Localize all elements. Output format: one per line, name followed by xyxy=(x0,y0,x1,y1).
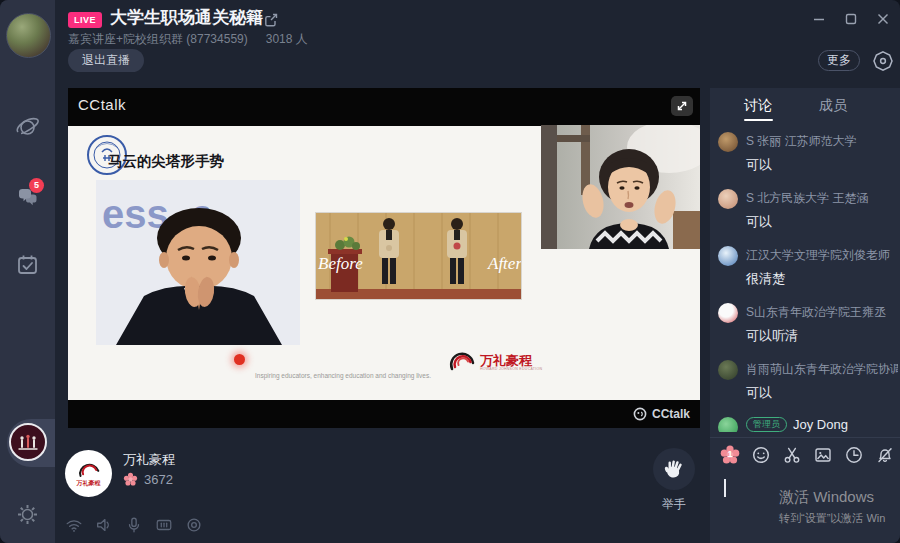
device-toolbar xyxy=(65,516,203,534)
chat-text: 可以 xyxy=(746,156,898,174)
screenshot-scissors-icon[interactable] xyxy=(782,445,802,465)
chat-message: S山东青年政治学院王雍丞 可以听清 xyxy=(718,303,898,345)
toolbar-divider xyxy=(710,437,900,438)
live-room-avatar[interactable] xyxy=(9,423,47,461)
chat-text: 很清楚 xyxy=(746,270,898,288)
admin-badge: 管理员 xyxy=(746,417,787,432)
slide-title: 马云的尖塔形手势 xyxy=(108,152,224,171)
expand-fullscreen-icon[interactable] xyxy=(671,96,693,116)
emoji-icon[interactable] xyxy=(751,445,771,465)
microphone-icon[interactable] xyxy=(125,516,143,534)
text-cursor xyxy=(724,479,726,497)
settings-gear-icon[interactable] xyxy=(16,503,39,526)
chat-message-list[interactable]: S 张丽 江苏师范大学 可以 S 北方民族大学 王楚涵 可以 江汉大学文理学院刘… xyxy=(718,132,898,432)
send-flower-icon[interactable]: 1 xyxy=(720,445,740,465)
exit-live-button[interactable]: 退出直播 xyxy=(68,49,144,72)
tab-discussion[interactable]: 讨论 xyxy=(744,97,772,115)
hand-icon xyxy=(663,458,685,480)
chat-message-admin: 管理员 Joy Dong xyxy=(718,417,898,432)
room-subtitle: 嘉宾讲座+院校组织群 (87734559)3018 人 xyxy=(68,31,308,48)
chat-author: 肖雨萌山东青年政治学院协调官 xyxy=(746,360,898,378)
slide-footer-caption: Inspiring educators, enhancing education… xyxy=(228,372,458,379)
media-mixer-icon[interactable] xyxy=(155,516,173,534)
chat-message: S 北方民族大学 王楚涵 可以 xyxy=(718,189,898,231)
video-stage: CCtalk 马云的尖塔形手势 ess, a xyxy=(68,88,700,428)
close-icon[interactable] xyxy=(876,12,890,26)
chat-message: 江汉大学文理学院刘俊老师 很清楚 xyxy=(718,246,898,288)
chat-text: 可以 xyxy=(746,213,898,231)
mute-notifications-bell-icon[interactable] xyxy=(875,445,895,465)
chat-author: S 张丽 江苏师范大学 xyxy=(746,132,898,150)
active-tab-underline xyxy=(744,119,773,121)
cctalk-watermark-bottom: CCtalk xyxy=(633,407,690,421)
after-label: After xyxy=(487,254,521,273)
brand-subline: HOWARD JOHNSON EDUCATION xyxy=(480,367,542,371)
chat-avatar xyxy=(718,132,738,152)
room-title: 大学生职场通关秘籍 xyxy=(110,6,263,29)
tasks-calendar-icon[interactable] xyxy=(15,252,40,277)
bottom-bar: 万礼豪程 万礼豪程 3672 xyxy=(55,428,700,543)
chat-message: S 张丽 江苏师范大学 可以 xyxy=(718,132,898,174)
tab-members[interactable]: 成员 xyxy=(819,97,847,115)
cctalk-logo-icon xyxy=(633,407,647,421)
discover-planet-icon[interactable] xyxy=(14,114,41,141)
before-after-photo: Before After xyxy=(315,212,522,300)
presenter-webcam xyxy=(541,125,700,249)
network-wifi-icon[interactable] xyxy=(65,516,83,534)
chat-avatar xyxy=(718,417,738,432)
record-icon[interactable] xyxy=(185,516,203,534)
chat-toolbar: 1 xyxy=(720,445,900,465)
chat-author: S 北方民族大学 王楚涵 xyxy=(746,189,898,207)
flower-count: 3672 xyxy=(144,472,173,487)
minimize-icon[interactable] xyxy=(812,12,826,26)
jack-ma-photo: ess, a xyxy=(96,180,300,345)
brand-name: 万礼豪程 xyxy=(480,354,542,367)
before-label: Before xyxy=(318,254,363,273)
maximize-icon[interactable] xyxy=(844,12,858,26)
speaker-volume-icon[interactable] xyxy=(95,516,113,534)
chat-avatar xyxy=(718,246,738,266)
stream-settings-icon[interactable] xyxy=(871,49,895,73)
chat-avatar xyxy=(718,360,738,380)
history-clock-icon[interactable] xyxy=(844,445,864,465)
windows-activation-watermark-sub: 转到“设置”以激活 Win xyxy=(779,511,885,526)
chat-text: 可以听清 xyxy=(746,327,898,345)
cctalk-live-window: 5 xyxy=(0,0,900,543)
host-logo[interactable]: 万礼豪程 xyxy=(65,450,112,497)
host-name: 万礼豪程 xyxy=(123,451,175,469)
user-avatar[interactable] xyxy=(6,13,51,58)
share-external-link-icon[interactable] xyxy=(263,12,279,28)
chat-panel: 讨论 成员 S 张丽 江苏师范大学 可以 S 北方民族大学 王楚涵 可以 江汉大… xyxy=(710,88,900,543)
flower-counter: 3672 xyxy=(123,472,173,487)
chat-avatar xyxy=(718,189,738,209)
laser-pointer-dot xyxy=(234,354,245,365)
chat-unread-badge: 5 xyxy=(29,178,44,193)
chat-avatar xyxy=(718,303,738,323)
raise-hand-label: 举手 xyxy=(651,496,697,513)
left-sidebar: 5 xyxy=(0,0,55,543)
host-logo-text: 万礼豪程 xyxy=(77,479,101,488)
windows-activation-watermark: 激活 Windows xyxy=(779,488,874,507)
viewer-count: 3018 人 xyxy=(266,32,308,46)
chat-author: S山东青年政治学院王雍丞 xyxy=(746,303,898,321)
raise-hand-button[interactable] xyxy=(653,448,695,490)
chat-author: 江汉大学文理学院刘俊老师 xyxy=(746,246,898,264)
group-name: 嘉宾讲座+院校组织群 (87734559) xyxy=(68,32,248,46)
live-status-badge: LIVE xyxy=(68,12,102,28)
brand-swirl-icon xyxy=(447,347,477,377)
cctalk-watermark-top: CCtalk xyxy=(78,96,126,113)
chat-author: Joy Dong xyxy=(793,417,848,432)
more-button[interactable]: 更多 xyxy=(818,50,860,71)
chat-text: 可以 xyxy=(746,384,898,402)
slide-brand-logo: 万礼豪程 HOWARD JOHNSON EDUCATION xyxy=(447,347,542,377)
flower-icon xyxy=(123,472,138,487)
image-upload-icon[interactable] xyxy=(813,445,833,465)
chat-message: 肖雨萌山东青年政治学院协调官 可以 xyxy=(718,360,898,402)
